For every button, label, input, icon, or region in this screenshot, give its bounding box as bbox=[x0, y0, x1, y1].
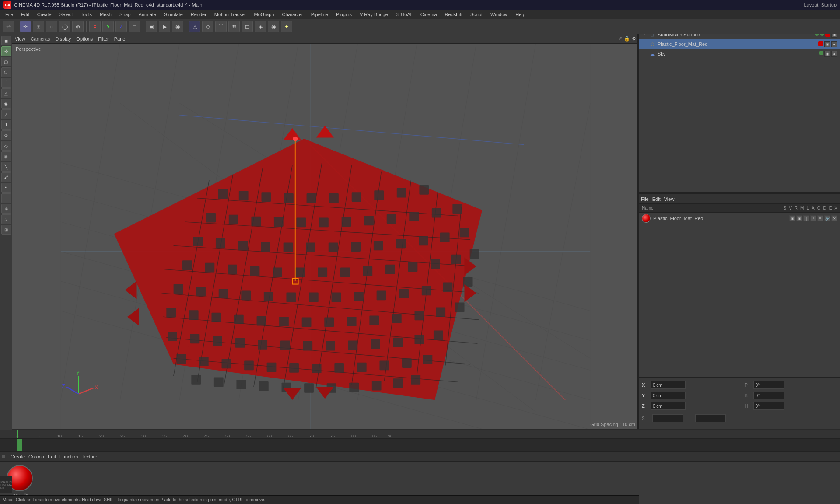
timeline-track[interactable] bbox=[0, 439, 840, 452]
sidebar-brush[interactable]: ◉ bbox=[1, 99, 11, 108]
menu-motion-tracker[interactable]: Motion Tracker bbox=[211, 11, 250, 18]
mat-icon-v[interactable]: ◉ bbox=[796, 215, 802, 221]
obj-sky-disp-btn[interactable]: ◉ bbox=[824, 51, 830, 57]
menu-mesh[interactable]: Mesh bbox=[96, 11, 115, 18]
coord-sy-input[interactable] bbox=[695, 414, 726, 422]
obj-mat-btn[interactable] bbox=[818, 41, 823, 46]
menu-simulate[interactable]: Simulate bbox=[161, 11, 186, 18]
mat-editor-tab-function[interactable]: Function bbox=[60, 454, 78, 459]
obj-disp2-btn[interactable]: ◉ bbox=[824, 41, 830, 47]
sidebar-paint[interactable]: 🖌 bbox=[1, 172, 11, 182]
mat-icon-s[interactable]: ◉ bbox=[789, 215, 795, 221]
mat-icon-layers[interactable]: ≡ bbox=[817, 215, 823, 221]
render-region-button[interactable]: ▣ bbox=[146, 21, 157, 32]
axis-x-button[interactable]: X bbox=[89, 21, 101, 32]
mat-icon-x[interactable]: ✕ bbox=[831, 215, 837, 221]
sidebar-move-tool[interactable]: ✛ bbox=[1, 46, 11, 56]
mat-editor-tab-corona[interactable]: Corona bbox=[28, 454, 44, 459]
effector-button[interactable]: ◈ bbox=[255, 21, 266, 32]
sidebar-knife[interactable]: ╱ bbox=[1, 109, 11, 119]
obj-render-btn[interactable]: ● bbox=[831, 41, 837, 47]
sidebar-hair[interactable]: ≈ bbox=[1, 214, 11, 224]
menu-vray[interactable]: V-Ray Bridge bbox=[356, 11, 392, 18]
sidebar-model-mode[interactable]: ◼ bbox=[1, 36, 11, 46]
menu-tools[interactable]: Tools bbox=[77, 11, 95, 18]
transform-tool-button[interactable]: ◯ bbox=[59, 21, 70, 32]
light-button[interactable]: ✦ bbox=[281, 21, 292, 32]
menu-animate[interactable]: Animate bbox=[135, 11, 160, 18]
render-active-view-button[interactable]: ▶ bbox=[159, 21, 170, 32]
axis-y-button[interactable]: Y bbox=[102, 21, 114, 32]
viewport-expand-btn[interactable]: ⤢ bbox=[618, 36, 622, 42]
move-tool-button[interactable]: ✛ bbox=[20, 21, 31, 32]
obj-row-sky[interactable]: ☁ Sky ◉ ● bbox=[639, 49, 840, 59]
viewport-menu-display[interactable]: Display bbox=[55, 36, 71, 42]
spline-button[interactable]: ⌒ bbox=[215, 21, 227, 32]
menu-mograph[interactable]: MoGraph bbox=[251, 11, 278, 18]
menu-snap[interactable]: Snap bbox=[116, 11, 134, 18]
menu-plugins[interactable]: Plugins bbox=[332, 11, 355, 18]
menu-select[interactable]: Select bbox=[56, 11, 77, 18]
sidebar-texture[interactable]: ⊞ bbox=[1, 225, 11, 234]
menu-script[interactable]: Script bbox=[467, 11, 486, 18]
sidebar-line[interactable]: ╲ bbox=[1, 162, 11, 172]
coord-h-input[interactable] bbox=[753, 402, 784, 410]
mat-editor-tab-texture[interactable]: Texture bbox=[81, 454, 97, 459]
viewport-canvas[interactable]: X Y Z Grid Spacing : 10 cm bbox=[12, 44, 639, 430]
deformer-button[interactable]: ◻ bbox=[242, 21, 253, 32]
menu-file[interactable]: File bbox=[2, 11, 17, 18]
viewport-menu-panel[interactable]: Panel bbox=[114, 36, 126, 42]
sidebar-magnet[interactable]: ⊛ bbox=[1, 204, 11, 214]
sidebar-subdivide[interactable]: ≣ bbox=[1, 193, 11, 203]
viewport-menu-view[interactable]: View bbox=[15, 36, 25, 42]
menu-cinema[interactable]: Cinema bbox=[417, 11, 441, 18]
sidebar-extrude[interactable]: ⬆ bbox=[1, 120, 11, 130]
mat-row-plastic[interactable]: Plastic_Floor_Mat_Red ◉ ◉ | ⋮ ≡ 🔗 ✕ bbox=[639, 213, 840, 224]
sidebar-polygon[interactable]: △ bbox=[1, 88, 11, 98]
coord-p-input[interactable] bbox=[753, 381, 784, 389]
sidebar-weld[interactable]: ◎ bbox=[1, 151, 11, 161]
scale-tool-button[interactable]: ⊞ bbox=[33, 21, 44, 32]
coord-sx-input[interactable] bbox=[652, 414, 683, 422]
model-mode-button[interactable]: □ bbox=[129, 21, 140, 32]
null-object-button[interactable]: △ bbox=[189, 21, 200, 32]
menu-character[interactable]: Character bbox=[278, 11, 306, 18]
sidebar-loop[interactable]: ⟳ bbox=[1, 130, 11, 140]
viewport-menu-options[interactable]: Options bbox=[76, 36, 93, 42]
axis-z-button[interactable]: Z bbox=[116, 21, 127, 32]
render-picture-viewer-button[interactable]: ◉ bbox=[172, 21, 183, 32]
viewport-settings-btn[interactable]: ⚙ bbox=[632, 36, 636, 42]
viewport-lock-btn[interactable]: 🔒 bbox=[624, 36, 630, 42]
add-tool-button[interactable]: ⊕ bbox=[72, 21, 84, 32]
sidebar-lasso[interactable]: ⬡ bbox=[1, 67, 11, 77]
menu-render[interactable]: Render bbox=[187, 11, 210, 18]
coord-b-input[interactable] bbox=[753, 392, 784, 399]
viewport[interactable]: View Cameras Display Options Filter Pane… bbox=[12, 34, 639, 430]
undo-button[interactable]: ↩ bbox=[3, 21, 14, 32]
camera-button[interactable]: ◉ bbox=[268, 21, 279, 32]
coord-y-input[interactable] bbox=[651, 392, 686, 399]
mat-icon-link[interactable]: 🔗 bbox=[824, 215, 830, 221]
mat-editor-tab-edit[interactable]: Edit bbox=[48, 454, 56, 459]
viewport-menu-filter[interactable]: Filter bbox=[98, 36, 108, 42]
menu-redshift[interactable]: Redshift bbox=[441, 11, 466, 18]
sidebar-bevel[interactable]: ◇ bbox=[1, 141, 11, 150]
mat-icon-dots[interactable]: ⋮ bbox=[810, 215, 816, 221]
sidebar-edge[interactable]: ⌒ bbox=[1, 78, 11, 88]
mat-editor-tab-create[interactable]: Create bbox=[10, 454, 25, 459]
sidebar-smooth[interactable]: S bbox=[1, 183, 11, 192]
menu-pipeline[interactable]: Pipeline bbox=[308, 11, 332, 18]
obj-sky-render-btn[interactable]: ● bbox=[831, 51, 837, 57]
mm-menu-edit[interactable]: Edit bbox=[652, 196, 661, 202]
mm-menu-file[interactable]: File bbox=[641, 196, 649, 202]
coord-z-input[interactable] bbox=[651, 402, 686, 410]
mm-menu-view[interactable]: View bbox=[664, 196, 675, 202]
polygon-button[interactable]: ◇ bbox=[202, 21, 214, 32]
menu-edit[interactable]: Edit bbox=[18, 11, 33, 18]
viewport-menu-cameras[interactable]: Cameras bbox=[31, 36, 50, 42]
menu-create[interactable]: Create bbox=[34, 11, 55, 18]
menu-help[interactable]: Help bbox=[512, 11, 529, 18]
sidebar-select-tool[interactable]: ▢ bbox=[1, 57, 11, 66]
coord-x-input[interactable] bbox=[651, 381, 686, 389]
menu-window[interactable]: Window bbox=[487, 11, 511, 18]
